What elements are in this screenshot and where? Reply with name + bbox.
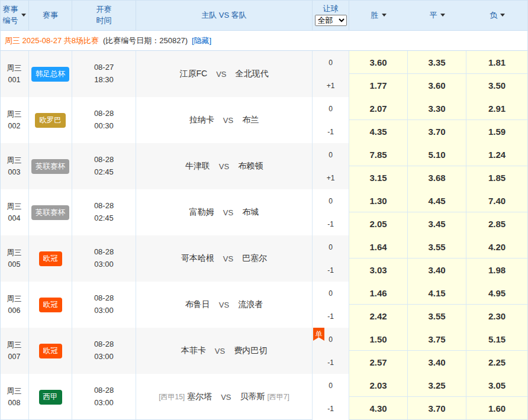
league-badge: 欧冠 <box>39 344 62 358</box>
odds-lose-line-1[interactable]: 1.59 <box>466 120 527 143</box>
handicap-cell: 单 0 -1 <box>313 374 349 420</box>
league-cell: 西甲 <box>29 374 72 420</box>
hide-link[interactable]: [隐藏] <box>192 35 211 46</box>
win-odds-column: 1.64 3.03 <box>349 235 408 282</box>
odds-win-line-0[interactable]: 1.46 <box>349 282 407 305</box>
odds-win-line-1[interactable]: 1.77 <box>349 74 407 97</box>
odds-lose-line-1[interactable]: 1.85 <box>466 166 527 189</box>
match-teams: 本菲卡 VS 费内巴切 <box>136 328 313 374</box>
handicap-line-1: -1 <box>313 305 349 328</box>
odds-draw-line-0[interactable]: 5.10 <box>408 143 466 166</box>
odds-win-line-1[interactable]: 2.42 <box>349 305 407 328</box>
match-teams: 拉纳卡 VS 布兰 <box>136 97 313 143</box>
odds-win-line-0[interactable]: 7.85 <box>349 143 407 166</box>
odds-lose-line-0[interactable]: 7.40 <box>466 189 527 212</box>
odds-draw-line-1[interactable]: 3.45 <box>408 212 466 235</box>
league-badge: 欧冠 <box>39 251 62 266</box>
header-lose[interactable]: 负 <box>466 0 528 30</box>
away-team: 费内巴切 <box>234 345 267 356</box>
odds-lose-line-1[interactable]: 1.98 <box>466 259 527 282</box>
odds-lose-line-0[interactable]: 4.95 <box>466 282 527 305</box>
home-team: 塞尔塔 <box>187 392 212 402</box>
odds-lose-line-1[interactable]: 2.25 <box>466 351 527 374</box>
draw-odds-column: 4.15 3.55 <box>408 282 466 328</box>
vs-label: VS <box>223 254 233 263</box>
home-team: 牛津联 <box>185 161 210 172</box>
match-row: 周三 004 英联赛杯 08-28 02:45 富勒姆 VS 布城 单 0 -1… <box>0 189 528 235</box>
header-match-number-label: 赛事 <box>3 4 18 15</box>
match-row: 周三 001 韩足总杯 08-27 18:30 江原FC VS 全北现代 单 0… <box>0 51 528 97</box>
odds-draw-line-1[interactable]: 3.60 <box>408 74 466 97</box>
draw-odds-column: 3.75 3.40 <box>408 328 466 374</box>
odds-win-line-0[interactable]: 1.64 <box>349 235 407 259</box>
odds-lose-line-0[interactable]: 1.24 <box>466 143 527 166</box>
odds-win-line-1[interactable]: 3.03 <box>349 259 407 282</box>
odds-draw-line-1[interactable]: 3.70 <box>408 120 466 143</box>
odds-win-line-0[interactable]: 1.50 <box>349 328 407 351</box>
match-id-date-info: (比赛编号日期：250827) <box>103 35 188 46</box>
handicap-line-0: 0 <box>313 235 349 259</box>
odds-draw-line-0[interactable]: 3.35 <box>408 51 466 74</box>
header-win[interactable]: 胜 <box>349 0 408 30</box>
odds-draw-line-1[interactable]: 3.55 <box>408 305 466 328</box>
odds-win-line-1[interactable]: 3.15 <box>349 166 407 189</box>
win-odds-column: 7.85 3.15 <box>349 143 408 189</box>
odds-draw-line-0[interactable]: 4.15 <box>408 282 466 305</box>
league-cell: 韩足总杯 <box>29 51 72 97</box>
home-team: 哥本哈根 <box>181 253 214 264</box>
header-match-number[interactable]: 赛事 编号 <box>0 0 29 30</box>
odds-win-line-0[interactable]: 3.60 <box>349 51 407 74</box>
handicap-filter-select[interactable]: 全部 <box>315 15 347 26</box>
match-time: 08-28 02:45 <box>72 143 136 189</box>
lose-odds-column: 3.05 1.60 <box>466 374 528 420</box>
table-header: 赛事 编号 赛事 开赛 时间 主队 VS 客队 让球 全部 胜 平 <box>0 0 528 31</box>
header-draw[interactable]: 平 <box>408 0 466 30</box>
football-odds-table: 赛事 编号 赛事 开赛 时间 主队 VS 客队 让球 全部 胜 平 <box>0 0 528 420</box>
handicap-line-1: -1 <box>313 259 349 282</box>
odds-win-line-0[interactable]: 2.03 <box>349 374 407 397</box>
league-cell: 欧冠 <box>29 328 72 374</box>
handicap-cell: 单 0 -1 <box>313 282 349 328</box>
handicap-line-0: 0 <box>313 374 349 397</box>
odds-draw-line-1[interactable]: 3.68 <box>408 166 466 189</box>
match-number: 周三 003 <box>0 143 29 189</box>
odds-lose-line-1[interactable]: 2.30 <box>466 305 527 328</box>
odds-lose-line-0[interactable]: 5.15 <box>466 328 527 351</box>
odds-draw-line-0[interactable]: 3.75 <box>408 328 466 351</box>
vs-label: VS <box>223 116 233 125</box>
odds-win-line-1[interactable]: 2.05 <box>349 212 407 235</box>
header-teams: 主队 VS 客队 <box>136 0 313 30</box>
odds-draw-line-0[interactable]: 3.55 <box>408 235 466 259</box>
draw-odds-column: 5.10 3.68 <box>408 143 466 189</box>
odds-lose-line-1[interactable]: 1.60 <box>466 397 527 420</box>
odds-lose-line-1[interactable]: 2.85 <box>466 212 527 235</box>
home-team: 富勒姆 <box>189 207 214 218</box>
league-cell: 英联赛杯 <box>29 143 72 189</box>
odds-win-line-0[interactable]: 2.07 <box>349 97 407 120</box>
header-competition: 赛事 <box>29 0 72 30</box>
odds-lose-line-0[interactable]: 3.05 <box>466 374 527 397</box>
lose-odds-column: 1.81 3.50 <box>466 51 528 97</box>
odds-win-line-1[interactable]: 4.35 <box>349 120 407 143</box>
odds-draw-line-0[interactable]: 3.30 <box>408 97 466 120</box>
header-time: 开赛 时间 <box>72 0 136 30</box>
league-badge: 英联赛杯 <box>31 159 69 174</box>
odds-draw-line-1[interactable]: 3.40 <box>408 351 466 374</box>
odds-draw-line-0[interactable]: 3.25 <box>408 374 466 397</box>
win-odds-column: 2.03 4.30 <box>349 374 408 420</box>
draw-odds-column: 3.30 3.70 <box>408 97 466 143</box>
odds-draw-line-1[interactable]: 3.70 <box>408 397 466 420</box>
away-team: 流浪者 <box>238 299 263 310</box>
handicap-line-1: +1 <box>313 166 349 189</box>
handicap-cell: 单 0 -1 <box>313 189 349 235</box>
match-number: 周三 002 <box>0 97 29 143</box>
odds-lose-line-1[interactable]: 3.50 <box>466 74 527 97</box>
odds-win-line-0[interactable]: 1.30 <box>349 189 407 212</box>
odds-lose-line-0[interactable]: 1.81 <box>466 51 527 74</box>
odds-draw-line-0[interactable]: 4.45 <box>408 189 466 212</box>
odds-lose-line-0[interactable]: 4.20 <box>466 235 527 259</box>
odds-win-line-1[interactable]: 4.30 <box>349 397 407 420</box>
odds-win-line-1[interactable]: 2.57 <box>349 351 407 374</box>
odds-draw-line-1[interactable]: 3.40 <box>408 259 466 282</box>
odds-lose-line-0[interactable]: 2.91 <box>466 97 527 120</box>
